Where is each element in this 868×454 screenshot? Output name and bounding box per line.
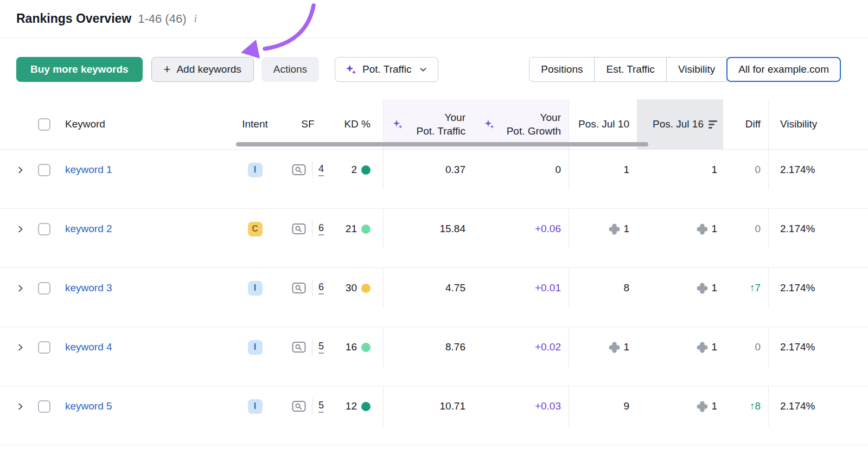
kd-value: 2	[351, 164, 357, 176]
ai-sparkle-icon	[392, 119, 403, 130]
serp-feature-position-icon	[609, 342, 620, 353]
kd-value: 30	[346, 282, 357, 294]
pot-traffic-line1: Your	[403, 111, 465, 124]
visibility-value: 2.174%	[780, 223, 815, 235]
serp-features-icon[interactable]	[292, 282, 306, 294]
pot-traffic-value: 8.76	[445, 341, 465, 353]
serp-features-icon[interactable]	[292, 223, 306, 235]
metric-tab-group: Positions Est. Traffic Visibility All fo…	[529, 57, 841, 82]
kd-value: 16	[346, 341, 357, 353]
keyword-link[interactable]: keyword 3	[65, 282, 112, 294]
diff-value: 0	[755, 223, 761, 235]
row-checkbox[interactable]	[38, 164, 50, 176]
pos-jul-16-value: 1	[711, 400, 717, 412]
keyword-link[interactable]: keyword 4	[65, 341, 112, 353]
serp-features-icon[interactable]	[292, 164, 306, 176]
pos-jul-16-value: 1	[711, 223, 717, 235]
serp-feature-position-icon	[609, 223, 620, 235]
pos-jul-10-value: 1	[623, 164, 629, 176]
pot-growth-value: +0.02	[535, 341, 561, 353]
serp-feature-position-icon	[697, 223, 708, 235]
pos-jul-10-value: 1	[623, 223, 629, 235]
tab-positions[interactable]: Positions	[529, 57, 595, 82]
ai-sparkle-icon	[484, 119, 495, 130]
metric-dropdown[interactable]: Pot. Traffic	[335, 57, 438, 82]
table-row: keyword 5 I 5 12 10.71 +0.03 9 1 ↑8	[0, 386, 868, 445]
serp-features-icon[interactable]	[292, 341, 306, 353]
keyword-link[interactable]: keyword 5	[65, 400, 112, 412]
pot-growth-line1: Your	[495, 111, 561, 124]
result-range: 1-46 (46)	[138, 12, 186, 26]
pot-growth-value: +0.03	[535, 400, 561, 412]
sf-count[interactable]: 4	[318, 163, 324, 176]
expand-row-icon[interactable]	[16, 225, 24, 233]
add-keywords-label: Add keywords	[176, 63, 241, 75]
intent-badge[interactable]: I	[248, 281, 263, 296]
sf-count[interactable]: 5	[318, 341, 324, 354]
column-header-pos-jul-16[interactable]: Pos. Jul 16	[637, 99, 723, 149]
visibility-value: 2.174%	[780, 164, 815, 176]
buy-more-keywords-button[interactable]: Buy more keywords	[16, 57, 143, 82]
tab-est-traffic[interactable]: Est. Traffic	[594, 57, 666, 82]
column-header-keyword[interactable]: Keyword	[58, 99, 233, 149]
divider	[312, 398, 312, 414]
divider	[312, 339, 312, 355]
horizontal-scrollbar[interactable]	[236, 142, 648, 146]
kd-difficulty-dot	[361, 343, 371, 352]
divider	[312, 162, 312, 178]
pos-jul-16-value: 1	[711, 164, 717, 176]
expand-row-icon[interactable]	[16, 166, 24, 174]
rankings-table: Keyword Intent SF KD % Your Pot. Traffic	[0, 99, 868, 445]
row-checkbox[interactable]	[38, 282, 50, 295]
ai-sparkle-icon	[345, 63, 357, 75]
intent-badge[interactable]: I	[248, 163, 263, 177]
row-checkbox[interactable]	[38, 400, 50, 413]
table-row: keyword 2 C 6 21 15.84 +0.06 1 1 0	[0, 209, 868, 268]
tab-visibility[interactable]: Visibility	[666, 57, 727, 82]
pos-jul-16-label: Pos. Jul 16	[653, 118, 704, 130]
select-all-checkbox[interactable]	[38, 118, 50, 131]
sort-descending-icon	[709, 120, 717, 129]
keyword-link[interactable]: keyword 2	[65, 223, 112, 235]
column-header-diff[interactable]: Diff	[723, 99, 768, 149]
serp-feature-position-icon	[697, 401, 708, 412]
row-checkbox[interactable]	[38, 341, 50, 354]
sf-count[interactable]: 5	[318, 400, 324, 413]
plus-icon: +	[164, 63, 171, 75]
actions-button[interactable]: Actions	[261, 57, 319, 82]
kd-difficulty-dot	[361, 225, 371, 234]
diff-value: 0	[755, 164, 761, 176]
pot-growth-value: 0	[555, 164, 561, 176]
intent-badge[interactable]: I	[248, 340, 263, 355]
pos-jul-10-value: 1	[623, 341, 629, 353]
pot-traffic-value: 10.71	[439, 400, 465, 412]
sf-count[interactable]: 6	[318, 282, 324, 295]
tab-all-for-example-com[interactable]: All for example.com	[726, 57, 841, 82]
kd-value: 21	[346, 223, 357, 235]
pot-traffic-value: 0.37	[445, 164, 465, 176]
metric-dropdown-label: Pot. Traffic	[362, 63, 411, 75]
divider	[312, 280, 312, 296]
column-header-visibility[interactable]: Visibility	[768, 99, 868, 149]
kd-difficulty-dot	[361, 402, 371, 411]
pot-growth-value: +0.01	[535, 282, 561, 294]
intent-badge[interactable]: I	[248, 399, 263, 414]
serp-feature-position-icon	[697, 342, 708, 353]
serp-features-icon[interactable]	[292, 400, 306, 412]
expand-row-icon[interactable]	[16, 343, 24, 351]
intent-badge[interactable]: C	[248, 222, 263, 236]
diff-value: ↑7	[750, 282, 761, 294]
sf-count[interactable]: 6	[318, 222, 324, 235]
info-icon[interactable]: i	[194, 12, 197, 25]
diff-value: 0	[755, 341, 761, 353]
expand-row-icon[interactable]	[16, 284, 24, 292]
add-keywords-button[interactable]: + Add keywords	[151, 57, 254, 82]
rankings-overview-header: Rankings Overview 1-46 (46) i	[0, 0, 868, 38]
keyword-link[interactable]: keyword 1	[65, 164, 112, 176]
expand-row-icon[interactable]	[16, 402, 24, 411]
kd-value: 12	[346, 400, 357, 412]
kd-difficulty-dot	[361, 284, 371, 293]
row-checkbox[interactable]	[38, 223, 50, 235]
pos-jul-10-value: 8	[623, 282, 629, 294]
visibility-value: 2.174%	[780, 341, 815, 353]
